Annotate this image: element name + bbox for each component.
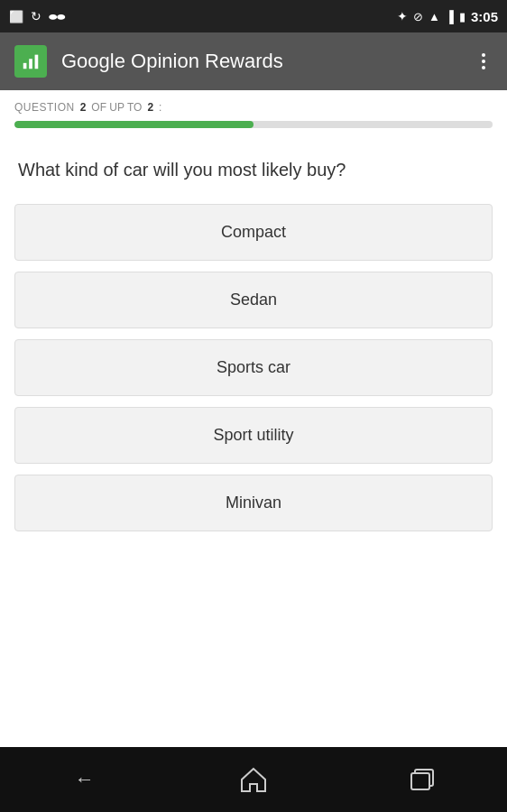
bluetooth-icon: ✦ [397, 9, 408, 23]
question-text: What kind of car will you most likely bu… [0, 143, 507, 204]
screen-icon: ⬜ [9, 10, 23, 23]
svg-rect-0 [23, 63, 27, 69]
back-icon: ← [75, 768, 95, 791]
main-content: QUESTION 2 OF UP TO 2 : What kind of car… [0, 90, 507, 747]
voicemail-icon: ⬬⬬ [49, 11, 65, 23]
recents-button[interactable] [395, 761, 449, 798]
svg-marker-3 [242, 769, 265, 791]
answer-minivan[interactable]: Minivan [14, 475, 493, 531]
home-icon [241, 767, 266, 792]
svg-rect-1 [29, 59, 32, 69]
progress-container [0, 121, 507, 143]
status-bar: ⬜ ↻ ⬬⬬ ✦ ⊘ ▲ ▐ ▮ 3:05 [0, 0, 507, 32]
status-bar-left: ⬜ ↻ ⬬⬬ [9, 9, 65, 23]
home-button[interactable] [226, 761, 281, 798]
question-separator: OF UP TO [91, 101, 142, 114]
status-bar-right: ✦ ⊘ ▲ ▐ ▮ 3:05 [397, 9, 498, 24]
app-bar: Google Opinion Rewards [0, 32, 507, 90]
answer-sedan[interactable]: Sedan [14, 272, 493, 328]
battery-icon: ▮ [459, 10, 466, 23]
answer-sport-utility[interactable]: Sport utility [14, 407, 493, 464]
question-current: 2 [80, 101, 87, 114]
signal-icon: ▐ [446, 10, 454, 23]
app-title: Google Opinion Rewards [61, 50, 475, 73]
recents-icon [410, 769, 434, 790]
question-header: QUESTION 2 OF UP TO 2 : [0, 90, 507, 121]
answer-compact[interactable]: Compact [14, 204, 493, 261]
mute-icon: ⊘ [413, 10, 423, 23]
answer-sports-car[interactable]: Sports car [14, 339, 493, 396]
more-vert-button[interactable] [475, 46, 493, 77]
svg-rect-2 [35, 55, 39, 69]
wifi-icon: ▲ [429, 10, 440, 23]
question-total: 2 [147, 101, 153, 114]
nav-bar: ← [0, 747, 507, 812]
question-label: QUESTION [14, 101, 75, 114]
progress-fill [14, 121, 254, 128]
bar-chart-icon [21, 51, 41, 71]
answers-container: Compact Sedan Sports car Sport utility M… [0, 204, 507, 531]
sync-icon: ↻ [31, 9, 41, 23]
question-colon: : [159, 101, 162, 114]
menu-dot-3 [482, 66, 485, 69]
menu-dot-1 [482, 53, 485, 57]
svg-rect-5 [411, 773, 429, 789]
app-icon-container [14, 45, 47, 78]
progress-track [14, 121, 493, 128]
menu-dot-2 [482, 60, 485, 63]
status-time: 3:05 [471, 9, 498, 24]
back-button[interactable]: ← [58, 761, 112, 798]
